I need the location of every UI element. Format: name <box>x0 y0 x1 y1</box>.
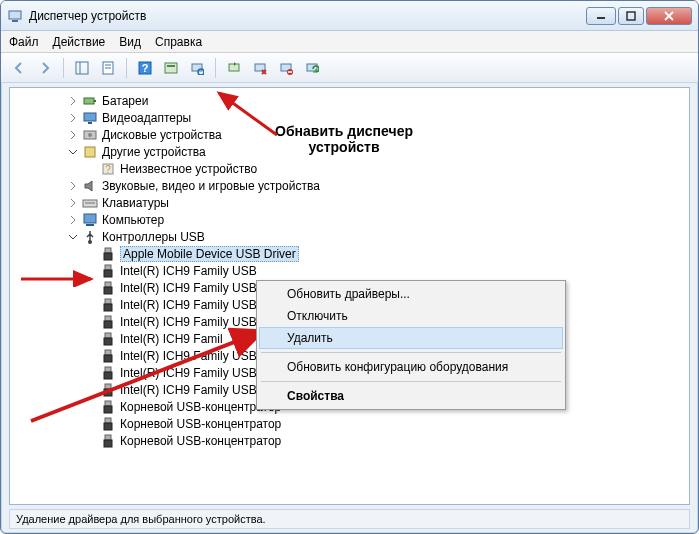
scan-hardware-button[interactable] <box>185 56 209 80</box>
tree-item[interactable]: Другие устройства <box>10 143 689 160</box>
tree-item-label: Видеоадаптеры <box>102 111 191 125</box>
collapse-icon[interactable] <box>66 230 80 244</box>
expand-icon[interactable] <box>66 94 80 108</box>
svg-text:?: ? <box>105 164 111 175</box>
tree-item[interactable]: Батареи <box>10 92 689 109</box>
svg-rect-35 <box>86 224 94 226</box>
svg-rect-15 <box>192 64 202 71</box>
properties-button[interactable] <box>96 56 120 80</box>
menu-item[interactable]: Свойства <box>259 385 563 407</box>
usb-dev-icon <box>100 263 116 279</box>
context-menu[interactable]: Обновить драйверы...ОтключитьУдалитьОбно… <box>256 280 566 410</box>
svg-rect-53 <box>105 384 111 389</box>
tree-item-label: Intel(R) ICH9 Family USB <box>120 281 257 295</box>
titlebar: Диспетчер устройств <box>1 1 698 31</box>
menu-file[interactable]: Файл <box>9 35 39 49</box>
uninstall-button[interactable] <box>274 56 298 80</box>
svg-rect-29 <box>85 147 95 157</box>
help-button[interactable]: ? <box>133 56 157 80</box>
tree-item[interactable]: Звуковые, видео и игровые устройства <box>10 177 689 194</box>
svg-point-36 <box>88 240 92 244</box>
tree-item[interactable]: Корневой USB-концентратор <box>10 415 689 432</box>
tree-item[interactable]: Контроллеры USB <box>10 228 689 245</box>
expand-icon[interactable] <box>66 179 80 193</box>
menu-separator <box>261 381 561 382</box>
expand-icon[interactable] <box>66 111 80 125</box>
svg-rect-48 <box>104 338 112 345</box>
tree-item-label: Intel(R) ICH9 Family USB <box>120 349 257 363</box>
sound-icon <box>82 178 98 194</box>
tree-item[interactable]: Видеоадаптеры <box>10 109 689 126</box>
tree-item[interactable]: Клавиатуры <box>10 194 689 211</box>
svg-rect-1 <box>12 20 18 22</box>
menu-item[interactable]: Отключить <box>259 305 563 327</box>
svg-rect-25 <box>84 113 96 121</box>
window-buttons <box>586 7 692 25</box>
tree-item-label: Неизвестное устройство <box>120 162 257 176</box>
minimize-button[interactable] <box>586 7 616 25</box>
menubar: Файл Действие Вид Справка <box>1 31 698 53</box>
svg-rect-59 <box>105 435 111 440</box>
menu-item[interactable]: Обновить конфигурацию оборудования <box>259 356 563 378</box>
menu-help[interactable]: Справка <box>155 35 202 49</box>
tree-item[interactable]: Дисковые устройства <box>10 126 689 143</box>
menu-item[interactable]: Обновить драйверы... <box>259 283 563 305</box>
device-tree-panel[interactable]: БатареиВидеоадаптерыДисковые устройстваД… <box>9 87 690 505</box>
svg-rect-18 <box>255 64 265 71</box>
tree-item[interactable]: Intel(R) ICH9 Family USB <box>10 262 689 279</box>
unknown-icon: ? <box>100 161 116 177</box>
svg-rect-49 <box>105 350 111 355</box>
svg-rect-23 <box>84 98 94 104</box>
usb-dev-icon <box>100 246 116 262</box>
menu-item[interactable]: Удалить <box>259 327 563 349</box>
tree-item[interactable]: Apple Mobile Device USB Driver <box>10 245 689 262</box>
svg-rect-26 <box>88 122 92 124</box>
no-expand <box>84 162 98 176</box>
maximize-button[interactable] <box>618 7 644 25</box>
toolbar-separator <box>126 58 127 78</box>
back-button[interactable] <box>7 56 31 80</box>
svg-rect-43 <box>105 299 111 304</box>
svg-rect-34 <box>84 214 96 223</box>
menu-view[interactable]: Вид <box>119 35 141 49</box>
collapse-icon[interactable] <box>66 145 80 159</box>
svg-rect-13 <box>165 63 177 73</box>
tree-item-label: Apple Mobile Device USB Driver <box>120 246 299 262</box>
close-button[interactable] <box>646 7 692 25</box>
usb-dev-icon <box>100 433 116 449</box>
svg-rect-51 <box>105 367 111 372</box>
usb-dev-icon <box>100 314 116 330</box>
tree-item[interactable]: Корневой USB-концентратор <box>10 432 689 449</box>
expand-icon[interactable] <box>66 213 80 227</box>
no-expand <box>84 349 98 363</box>
svg-text:?: ? <box>142 62 149 74</box>
computer-icon <box>82 212 98 228</box>
svg-rect-0 <box>9 11 21 19</box>
tree-item[interactable]: Компьютер <box>10 211 689 228</box>
usb-dev-icon <box>100 416 116 432</box>
show-hide-tree-button[interactable] <box>70 56 94 80</box>
update-driver-button[interactable] <box>222 56 246 80</box>
menu-action[interactable]: Действие <box>53 35 106 49</box>
refresh-button[interactable] <box>300 56 324 80</box>
expand-icon[interactable] <box>66 196 80 210</box>
expand-icon[interactable] <box>66 128 80 142</box>
svg-rect-45 <box>105 316 111 321</box>
svg-rect-52 <box>104 372 112 379</box>
tree-item-label: Дисковые устройства <box>102 128 222 142</box>
device-manager-window: Диспетчер устройств Файл Действие Вид Сп… <box>0 0 699 534</box>
toolbar-separator <box>215 58 216 78</box>
usb-dev-icon <box>100 399 116 415</box>
no-expand <box>84 383 98 397</box>
tree-item-label: Батареи <box>102 94 148 108</box>
tree-item-label: Другие устройства <box>102 145 206 159</box>
status-text: Удаление драйвера для выбранного устройс… <box>16 513 266 525</box>
usb-dev-icon <box>100 348 116 364</box>
tree-item[interactable]: ?Неизвестное устройство <box>10 160 689 177</box>
usb-icon <box>82 229 98 245</box>
no-expand <box>84 298 98 312</box>
action-icon-button[interactable] <box>159 56 183 80</box>
disable-button[interactable] <box>248 56 272 80</box>
tree-item-label: Корневой USB-концентратор <box>120 417 281 431</box>
forward-button[interactable] <box>33 56 57 80</box>
